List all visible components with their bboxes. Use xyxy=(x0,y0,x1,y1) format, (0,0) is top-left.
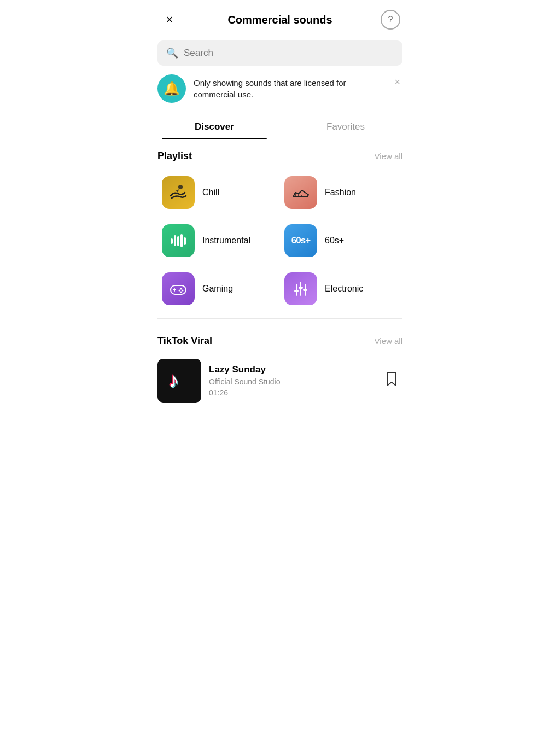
help-button[interactable]: ? xyxy=(381,10,400,30)
svg-rect-4 xyxy=(180,234,183,247)
fashion-icon xyxy=(284,176,317,209)
tab-favorites[interactable]: Favorites xyxy=(280,114,411,139)
header: × Commercial sounds ? xyxy=(149,0,411,37)
playlist-section-header: Playlist View all xyxy=(149,139,411,168)
search-bar[interactable]: 🔍 xyxy=(158,40,402,66)
search-input[interactable] xyxy=(184,48,394,59)
svg-point-9 xyxy=(180,288,182,290)
notice-banner: 🔔 Only showing sounds that are licensed … xyxy=(158,74,402,103)
svg-point-12 xyxy=(180,292,182,293)
playlist-item-60s[interactable]: 60s+ 60s+ xyxy=(280,217,402,265)
svg-rect-17 xyxy=(294,290,299,292)
instrumental-icon xyxy=(162,224,195,257)
svg-point-11 xyxy=(179,290,180,292)
instrumental-label: Instrumental xyxy=(202,236,250,246)
playlist-item-gaming[interactable]: Gaming xyxy=(158,265,280,313)
60s-label: 60s+ xyxy=(325,236,344,246)
svg-point-0 xyxy=(178,185,183,189)
track-info: Lazy Sunday Official Sound Studio 01:26 xyxy=(209,364,373,397)
fashion-label: Fashion xyxy=(325,188,356,197)
notice-icon: 🔔 xyxy=(158,74,186,103)
svg-point-10 xyxy=(182,290,184,292)
viral-title: TikTok Viral xyxy=(158,335,212,347)
viral-view-all[interactable]: View all xyxy=(375,336,402,346)
playlist-view-all[interactable]: View all xyxy=(375,151,402,161)
notice-close-button[interactable]: × xyxy=(392,74,402,90)
track-thumbnail: ♪ ♪ ♪ xyxy=(158,359,201,403)
svg-text:♪: ♪ xyxy=(168,369,179,392)
chill-icon xyxy=(162,176,195,209)
svg-rect-5 xyxy=(184,237,186,245)
playlist-item-fashion[interactable]: Fashion xyxy=(280,168,402,217)
playlist-item-instrumental[interactable]: Instrumental xyxy=(158,217,280,265)
svg-rect-2 xyxy=(174,235,176,246)
gaming-label: Gaming xyxy=(202,284,233,294)
track-item[interactable]: ♪ ♪ ♪ Lazy Sunday Official Sound Studio … xyxy=(149,353,411,408)
gaming-icon xyxy=(162,272,195,305)
svg-rect-3 xyxy=(177,236,179,246)
tab-discover[interactable]: Discover xyxy=(149,114,280,139)
svg-rect-18 xyxy=(303,289,307,291)
playlist-item-chill[interactable]: Chill xyxy=(158,168,280,217)
playlist-title: Playlist xyxy=(158,150,192,162)
notice-text: Only showing sounds that are licensed fo… xyxy=(194,77,384,100)
track-name: Lazy Sunday xyxy=(209,364,373,375)
divider xyxy=(158,318,402,319)
search-icon: 🔍 xyxy=(166,47,178,59)
playlist-grid: Chill Fashion Instrumenta xyxy=(149,168,411,313)
svg-rect-1 xyxy=(171,238,173,244)
viral-section-header: TikTok Viral View all xyxy=(149,324,411,353)
playlist-item-electronic[interactable]: Electronic xyxy=(280,265,402,313)
page-title: Commercial sounds xyxy=(179,14,381,26)
track-artist: Official Sound Studio xyxy=(209,377,373,386)
electronic-icon xyxy=(284,272,317,305)
60s-icon: 60s+ xyxy=(284,224,317,257)
close-button[interactable]: × xyxy=(160,10,179,30)
chill-label: Chill xyxy=(202,188,219,197)
tiktok-viral-section: TikTok Viral View all ♪ ♪ ♪ Lazy Sunday … xyxy=(149,324,411,419)
track-duration: 01:26 xyxy=(209,388,373,397)
tabs: Discover Favorites xyxy=(149,114,411,139)
svg-rect-16 xyxy=(299,287,303,289)
electronic-label: Electronic xyxy=(325,284,363,294)
bookmark-button[interactable] xyxy=(381,367,402,394)
